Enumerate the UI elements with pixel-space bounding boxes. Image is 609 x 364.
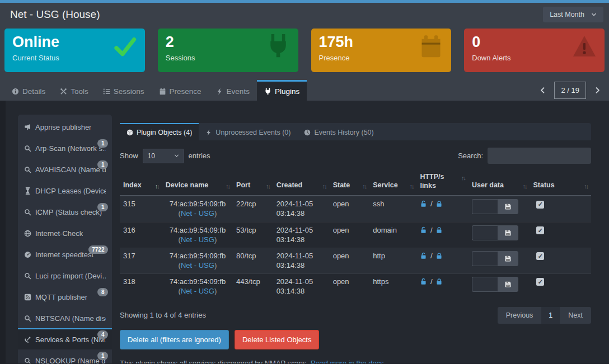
search-icon	[24, 357, 31, 364]
sidebar-item-label: AVAHISCAN (Name di…	[35, 166, 106, 174]
period-selector[interactable]: Last Month	[543, 7, 603, 22]
sidebar-item-internet-check[interactable]: Internet-Check	[18, 222, 112, 243]
sidebar-item-avahiscan-name-di[interactable]: AVAHISCAN (Name di…1	[18, 158, 112, 179]
status-checkbox[interactable]: ✓	[536, 252, 544, 260]
http-link[interactable]	[420, 251, 427, 261]
rss-icon	[24, 294, 31, 301]
column-header-status[interactable]: ↑↓Status	[530, 169, 591, 196]
device-mac: 74:ac:b9:54:09:fb	[166, 199, 229, 209]
user-data-input[interactable]	[472, 277, 498, 292]
previous-page-button[interactable]: Previous	[498, 307, 542, 324]
cell-port: 53/tcp	[233, 222, 273, 248]
device-link[interactable]: Net - USG	[181, 209, 214, 218]
page-tabs: DetailsToolsSessionsPresenceEventsPlugin…	[0, 80, 609, 101]
docs-link[interactable]: Read more in the docs.	[311, 359, 386, 364]
save-user-data-button[interactable]	[498, 199, 518, 214]
sidebar-item-label: Internet-Check	[35, 229, 83, 238]
column-header-index[interactable]: ↑↓Index	[120, 169, 162, 196]
item-count-badge: 8	[97, 288, 108, 296]
https-link[interactable]	[435, 251, 443, 261]
device-link[interactable]: Net - USG	[181, 235, 214, 244]
tab-plugins[interactable]: Plugins	[257, 80, 307, 101]
plugin-tab-plugin-objects-4[interactable]: Plugin Objects (4)	[120, 123, 199, 140]
next-page-button[interactable]: Next	[560, 307, 591, 324]
column-label: Created	[277, 181, 303, 189]
https-link[interactable]	[435, 277, 443, 286]
sidebar-item-internet-speedtest[interactable]: Internet speedtest7722	[18, 243, 112, 264]
search-input[interactable]	[488, 148, 591, 164]
page-size-select[interactable]: 10	[143, 149, 184, 163]
plugin-tab-events-history-50[interactable]: Events History (50)	[297, 123, 380, 140]
delete-all-button[interactable]: Delete all (filters are ignored)	[120, 330, 229, 349]
sidebar-item-services-ports-nm[interactable]: Services & Ports (NM…4	[18, 328, 112, 349]
sort-icon: ↑↓	[322, 183, 326, 191]
delete-listed-button[interactable]: Delete Listed Objects	[235, 330, 320, 349]
column-header-service[interactable]: ↑↓Service	[369, 169, 416, 196]
http-link[interactable]	[420, 225, 427, 235]
status-checkbox[interactable]: ✓	[536, 201, 544, 209]
status-checkbox[interactable]: ✓	[536, 226, 544, 234]
column-label: HTTP/s links	[420, 173, 444, 190]
status-checkbox[interactable]: ✓	[536, 278, 544, 286]
unlock-icon	[420, 252, 427, 259]
floppy-icon	[504, 203, 512, 210]
tab-tools[interactable]: Tools	[53, 80, 96, 101]
cell-status: ✓	[530, 196, 591, 222]
column-header-state[interactable]: ↑↓State	[330, 169, 370, 196]
card-current-status[interactable]: OnlineCurrent Status	[4, 29, 145, 72]
plugin-tab-unprocessed-events-0[interactable]: Unprocessed Events (0)	[199, 123, 297, 140]
plugin-panel: Plugin Objects (4)Unprocessed Events (0)…	[120, 115, 591, 363]
pager-previous-button[interactable]	[537, 84, 549, 96]
plugins-sidebar: Apprise publisherArp-Scan (Network s…1AV…	[18, 115, 112, 363]
sidebar-item-icmp-status-check[interactable]: ICMP (Status check)1	[18, 201, 112, 222]
save-user-data-button[interactable]	[498, 251, 518, 266]
tab-sessions[interactable]: Sessions	[96, 80, 152, 101]
lock-icon	[435, 200, 443, 207]
user-data-input[interactable]	[472, 225, 498, 240]
user-data-input[interactable]	[472, 251, 498, 266]
sidebar-item-nslookup-name-di[interactable]: NSLOOKUP (Name di…1	[18, 349, 112, 363]
http-link[interactable]	[420, 277, 427, 286]
column-header-user-data[interactable]: ↑↓User data	[469, 169, 530, 196]
card-presence[interactable]: 175hPresence	[311, 29, 452, 72]
sidebar-item-apprise-publisher[interactable]: Apprise publisher	[18, 116, 112, 137]
sidebar-item-nbtscan-name-disc[interactable]: NBTSCAN (Name disc…	[18, 307, 112, 328]
device-link[interactable]: Net - USG	[181, 261, 214, 270]
cell-port: 80/tcp	[233, 248, 273, 273]
current-page-button[interactable]: 1	[541, 307, 560, 324]
pager-next-button[interactable]	[592, 84, 603, 96]
cell-created: 2024-11-05 03:14:38	[273, 248, 330, 273]
sidebar-item-mqtt-publisher[interactable]: MQTT publisher8	[18, 286, 112, 307]
https-link[interactable]	[435, 225, 443, 235]
sidebar-item-dhcp-leases-device[interactable]: DHCP Leases (Device …	[18, 179, 112, 201]
item-count-badge: 4	[97, 330, 108, 339]
http-link[interactable]	[420, 199, 427, 209]
save-user-data-button[interactable]	[498, 277, 518, 292]
content-area: Apprise publisherArp-Scan (Network s…1AV…	[0, 101, 609, 363]
column-header-http-s-links[interactable]: ↑↓HTTP/s links	[416, 169, 469, 196]
tab-events[interactable]: Events	[209, 80, 257, 101]
period-selector-value: Last Month	[550, 11, 584, 18]
hourglass-icon	[24, 187, 31, 195]
https-link[interactable]	[435, 199, 443, 209]
check-icon	[113, 34, 137, 59]
user-data-input[interactable]	[472, 199, 498, 214]
tab-details[interactable]: Details	[4, 80, 53, 101]
card-sessions[interactable]: 2Sessions	[158, 29, 298, 72]
column-header-created[interactable]: ↑↓Created	[273, 169, 330, 196]
sidebar-item-arp-scan-network-s[interactable]: Arp-Scan (Network s…1	[18, 137, 112, 158]
table-body: 31574:ac:b9:54:09:fb(Net - USG)22/tcp202…	[120, 196, 591, 299]
column-header-device-name[interactable]: ↑↓Device name	[162, 169, 233, 196]
device-link[interactable]: Net - USG	[181, 287, 214, 295]
card-down-alerts[interactable]: 0Down Alerts	[464, 29, 605, 72]
tab-presence[interactable]: Presence	[152, 80, 209, 101]
column-label: Service	[373, 181, 397, 189]
cell-device-name: 74:ac:b9:54:09:fb(Net - USG)	[162, 222, 233, 248]
column-header-port[interactable]: ↑↓Port	[233, 169, 273, 196]
unlock-icon	[420, 278, 427, 285]
save-user-data-button[interactable]	[498, 225, 518, 240]
sidebar-item-luci-rpc-import-devi[interactable]: Luci rpc import (Devi…	[18, 264, 112, 286]
sidebar-item-label: Arp-Scan (Network s…	[35, 144, 106, 153]
globe-icon	[24, 230, 31, 237]
item-count-badge: 7722	[88, 245, 108, 254]
